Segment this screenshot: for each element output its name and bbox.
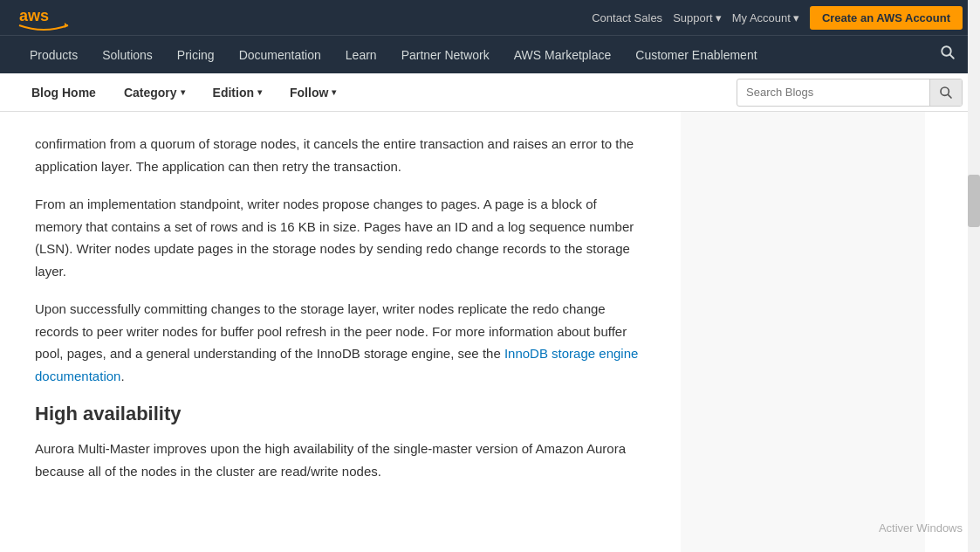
content-wrapper: confirmation from a quorum of storage no… — [0, 112, 980, 552]
sidebar — [681, 112, 925, 552]
main-nav: Products Solutions Pricing Documentation… — [0, 35, 980, 73]
support-dropdown[interactable]: Support ▾ — [673, 11, 722, 24]
paragraph-2: From an implementation standpoint, write… — [35, 193, 646, 282]
my-account-chevron-icon: ▾ — [793, 11, 799, 24]
follow-chevron-icon: ▾ — [332, 87, 336, 97]
category-chevron-icon: ▾ — [181, 87, 185, 97]
svg-marker-1 — [65, 23, 68, 28]
svg-line-3 — [950, 55, 954, 59]
paragraph-1: confirmation from a quorum of storage no… — [35, 133, 646, 177]
edition-label: Edition — [213, 86, 254, 100]
nav-item-pricing[interactable]: Pricing — [165, 36, 227, 74]
support-label: Support — [673, 11, 713, 24]
top-bar-right: Contact Sales Support ▾ My Account ▾ Cre… — [592, 6, 963, 30]
blog-nav-edition[interactable]: Edition ▾ — [199, 73, 276, 112]
nav-item-partner-network[interactable]: Partner Network — [389, 36, 502, 74]
blog-nav-follow[interactable]: Follow ▾ — [276, 73, 350, 112]
top-bar: aws Contact Sales Support ▾ My Account ▾… — [0, 0, 980, 35]
follow-label: Follow — [290, 86, 328, 100]
edition-chevron-icon: ▾ — [257, 87, 262, 97]
support-chevron-icon: ▾ — [716, 11, 722, 24]
nav-item-aws-marketplace[interactable]: AWS Marketplace — [502, 36, 624, 74]
blog-nav-home[interactable]: Blog Home — [17, 73, 110, 112]
search-input[interactable] — [737, 86, 929, 99]
blog-search-container — [737, 79, 963, 107]
svg-line-5 — [948, 94, 951, 98]
blog-nav: Blog Home Category ▾ Edition ▾ Follow ▾ — [0, 73, 980, 112]
contact-sales-link[interactable]: Contact Sales — [592, 11, 662, 24]
svg-text:aws: aws — [19, 7, 49, 24]
aws-logo[interactable]: aws — [17, 3, 70, 31]
scroll-thumb[interactable] — [968, 175, 980, 227]
main-nav-search-icon[interactable] — [933, 45, 963, 65]
category-label: Category — [124, 86, 177, 100]
top-bar-left: aws — [17, 3, 70, 31]
search-icon — [939, 86, 953, 100]
search-button[interactable] — [929, 79, 962, 107]
nav-item-customer-enablement[interactable]: Customer Enablement — [623, 36, 769, 74]
create-account-button[interactable]: Create an AWS Account — [810, 6, 963, 30]
nav-item-solutions[interactable]: Solutions — [90, 36, 165, 74]
blog-nav-category[interactable]: Category ▾ — [110, 73, 199, 112]
aws-logo-svg: aws — [17, 3, 70, 31]
my-account-label: My Account — [732, 11, 791, 24]
windows-watermark: Activer Windows — [879, 521, 963, 535]
paragraph-3: Upon successfully committing changes to … — [35, 298, 646, 387]
article-body: confirmation from a quorum of storage no… — [35, 133, 646, 482]
scroll-bar[interactable] — [968, 0, 980, 552]
paragraph-3-suffix: . — [120, 369, 124, 383]
nav-item-learn[interactable]: Learn — [333, 36, 389, 74]
paragraph-4: Aurora Multi-Master improves upon the hi… — [35, 438, 646, 482]
my-account-dropdown[interactable]: My Account ▾ — [732, 11, 799, 24]
nav-item-products[interactable]: Products — [17, 36, 90, 74]
nav-item-documentation[interactable]: Documentation — [227, 36, 333, 74]
main-content: confirmation from a quorum of storage no… — [0, 112, 681, 552]
high-availability-heading: High availability — [35, 403, 646, 425]
